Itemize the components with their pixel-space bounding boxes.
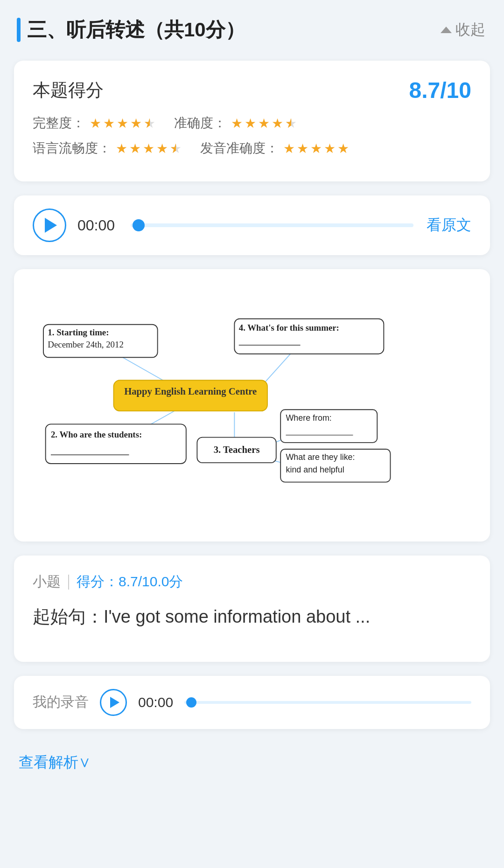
metric-completeness-label: 完整度： xyxy=(33,114,85,132)
svg-text:1. Starting time:: 1. Starting time: xyxy=(48,327,109,337)
mind-map-area: Happy English Learning Centre 1. Startin… xyxy=(14,269,490,542)
play-icon xyxy=(45,218,57,233)
section-title: 三、听后转述（共10分） xyxy=(17,17,245,43)
collapse-button[interactable]: 收起 xyxy=(441,20,485,40)
score-card: 本题得分 8.7/10 完整度： ★ ★ ★ ★ 准确度： ★ ★ ★ ★ xyxy=(14,61,490,181)
star-4: ★ xyxy=(324,141,336,156)
subtopic-header: 小题 得分：8.7/10.0分 xyxy=(33,572,471,591)
star-5: ★ xyxy=(337,141,349,156)
metric-accuracy-label: 准确度： xyxy=(174,114,226,132)
star-2: ★ xyxy=(245,116,256,131)
analysis-link[interactable]: 查看解析∨ xyxy=(0,743,504,792)
star-3: ★ xyxy=(117,116,128,131)
star-3: ★ xyxy=(310,141,322,156)
star-2: ★ xyxy=(103,116,115,131)
recording-label: 我的录音 xyxy=(33,693,89,712)
svg-text:3. Teachers: 3. Teachers xyxy=(214,444,260,455)
star-3: ★ xyxy=(258,116,270,131)
progress-dot xyxy=(133,219,145,231)
svg-text:kind and helpful: kind and helpful xyxy=(286,465,344,474)
star-5-half xyxy=(144,116,155,131)
audio-player: 00:00 看原文 xyxy=(14,195,490,255)
metric-completeness: 完整度： ★ ★ ★ ★ xyxy=(33,114,155,132)
svg-text:2. Who are the students:: 2. Who are the students: xyxy=(51,430,142,439)
subtopic-divider xyxy=(68,575,69,590)
metrics-row-2: 语言流畅度： ★ ★ ★ ★ 发音准确度： ★ ★ ★ ★ ★ xyxy=(33,139,471,157)
view-original-button[interactable]: 看原文 xyxy=(425,215,471,236)
title-bar-icon xyxy=(17,18,21,42)
recording-progress-bar[interactable] xyxy=(184,701,471,704)
subtopic-section: 小题 得分：8.7/10.0分 起始句：I've got some inform… xyxy=(14,556,490,662)
subtopic-score: 得分：8.7/10.0分 xyxy=(77,572,183,591)
star-1: ★ xyxy=(283,141,295,156)
audio-progress-bar[interactable] xyxy=(131,223,413,227)
star-1: ★ xyxy=(116,141,127,156)
svg-text:December 24th, 2012: December 24th, 2012 xyxy=(48,340,123,349)
star-4: ★ xyxy=(156,141,168,156)
recording-play-button[interactable] xyxy=(100,689,127,716)
subtopic-score-value: 8.7/10.0分 xyxy=(119,574,183,589)
star-4: ★ xyxy=(130,116,142,131)
metric-fluency: 语言流畅度： ★ ★ ★ ★ xyxy=(33,139,182,157)
svg-text:Where from:: Where from: xyxy=(286,413,331,423)
svg-text:What are they like:: What are they like: xyxy=(286,452,355,462)
completeness-stars: ★ ★ ★ ★ xyxy=(90,116,155,131)
recording-time: 00:00 xyxy=(138,694,173,710)
subtopic-score-prefix: 得分： xyxy=(77,574,119,589)
star-3: ★ xyxy=(143,141,154,156)
star-4: ★ xyxy=(272,116,283,131)
chevron-up-icon xyxy=(441,27,452,33)
metric-fluency-label: 语言流畅度： xyxy=(33,139,111,157)
score-label: 本题得分 xyxy=(33,78,104,102)
section-title-text: 三、听后转述（共10分） xyxy=(27,17,245,43)
my-recording-player: 我的录音 00:00 xyxy=(14,676,490,729)
metric-pronunciation: 发音准确度： ★ ★ ★ ★ ★ xyxy=(200,139,349,157)
mind-map-svg: Happy English Learning Centre 1. Startin… xyxy=(28,288,476,521)
starting-sentence-text: I've got some information about ... xyxy=(104,607,370,626)
star-1: ★ xyxy=(90,116,101,131)
metric-accuracy: 准确度： ★ ★ ★ ★ xyxy=(174,114,297,132)
subtopic-label: 小题 xyxy=(33,572,61,591)
metric-pronunciation-label: 发音准确度： xyxy=(200,139,279,157)
score-value: 8.7/10 xyxy=(409,77,471,103)
pronunciation-stars: ★ ★ ★ ★ ★ xyxy=(283,141,349,156)
collapse-label: 收起 xyxy=(455,20,485,40)
recording-play-icon xyxy=(110,697,119,708)
star-5-half xyxy=(285,116,297,131)
recording-dot xyxy=(186,697,196,708)
star-2: ★ xyxy=(297,141,308,156)
play-button[interactable] xyxy=(33,208,66,242)
score-row: 本题得分 8.7/10 xyxy=(33,77,471,103)
accuracy-stars: ★ ★ ★ ★ xyxy=(231,116,297,131)
metrics-row-1: 完整度： ★ ★ ★ ★ 准确度： ★ ★ ★ ★ xyxy=(33,114,471,132)
svg-text:4. What's for this summer:: 4. What's for this summer: xyxy=(239,323,339,333)
star-5-half xyxy=(170,141,182,156)
fluency-stars: ★ ★ ★ ★ xyxy=(116,141,182,156)
analysis-label: 查看解析∨ xyxy=(19,752,91,773)
svg-text:Happy English Learning Centre: Happy English Learning Centre xyxy=(124,386,257,397)
star-1: ★ xyxy=(231,116,243,131)
star-2: ★ xyxy=(129,141,141,156)
audio-time: 00:00 xyxy=(77,217,119,234)
section-header: 三、听后转述（共10分） 收起 xyxy=(0,0,504,56)
starting-sentence: 起始句：I've got some information about ... xyxy=(33,603,471,631)
starting-sentence-prefix: 起始句： xyxy=(33,607,104,626)
